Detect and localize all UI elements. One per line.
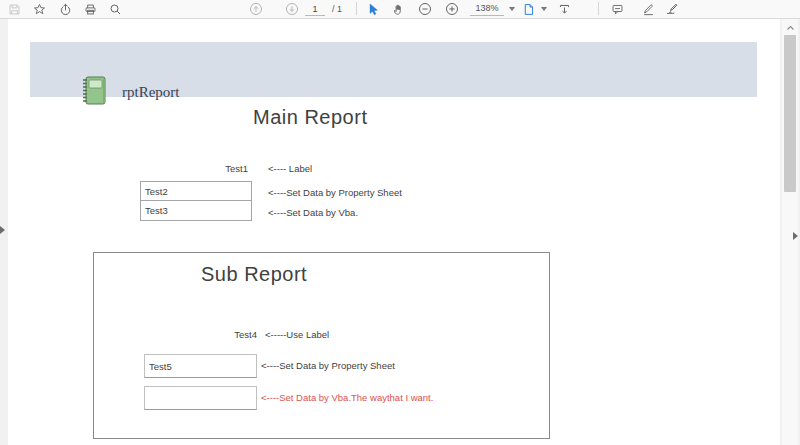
report-header-title: rptReport — [122, 84, 180, 101]
previous-page-icon — [249, 2, 263, 16]
report-header-band: rptReport — [30, 42, 757, 97]
sub-note-3: <----Set Data by Vba.The waythat I want. — [261, 392, 433, 403]
zoom-level-field[interactable]: 138% — [470, 2, 504, 16]
sub-field-test4: Test4 — [149, 329, 261, 340]
page-number-field[interactable] — [303, 1, 327, 17]
zoom-in-button[interactable] — [442, 1, 462, 17]
main-note-3: <----Set Data by Vba. — [268, 207, 358, 218]
sub-field-empty — [144, 386, 257, 410]
main-field-test1: Test1 — [140, 163, 252, 174]
pdf-page: rptReport Main Report Test1 <---- Label … — [8, 19, 780, 445]
page-view-caret-icon[interactable] — [541, 7, 547, 11]
page-view-icon — [522, 3, 535, 16]
select-tool-icon — [366, 3, 379, 16]
sub-note-1: <-----Use Label — [265, 329, 329, 340]
left-pane-toggle-icon[interactable] — [0, 226, 5, 234]
zoom-out-icon — [418, 2, 432, 16]
star-icon — [33, 3, 46, 16]
toolbar-separator — [356, 2, 357, 15]
right-pane-toggle-icon[interactable] — [793, 232, 798, 240]
print-icon — [84, 3, 97, 16]
pencil-button[interactable] — [638, 1, 658, 17]
page-view-button[interactable] — [518, 1, 538, 17]
hand-tool-button[interactable] — [388, 1, 408, 17]
main-note-1: <---- Label — [268, 163, 312, 174]
zoom-in-icon — [445, 2, 459, 16]
star-button[interactable] — [29, 1, 49, 17]
page-number-input[interactable] — [305, 3, 325, 16]
comment-button[interactable] — [607, 1, 627, 17]
sign-icon — [665, 2, 679, 16]
hand-tool-icon — [392, 3, 405, 16]
zoom-out-button[interactable] — [415, 1, 435, 17]
pdf-toolbar: / 1 138% — [0, 0, 800, 19]
share-button[interactable] — [55, 1, 75, 17]
toolbar-separator — [598, 2, 599, 15]
sub-report-frame: Sub Report Test4 <-----Use Label Test5 <… — [93, 252, 550, 439]
print-button[interactable] — [80, 1, 100, 17]
comment-icon — [611, 3, 624, 16]
page-total-label: / 1 — [332, 4, 342, 14]
chevron-up-icon — [786, 17, 795, 35]
sub-note-2: <----Set Data by Property Sheet — [261, 360, 395, 371]
next-page-button[interactable] — [282, 1, 302, 17]
sign-button[interactable] — [662, 1, 682, 17]
sub-report-title: Sub Report — [201, 263, 307, 286]
fit-width-button[interactable] — [554, 1, 574, 17]
report-notebook-icon — [80, 75, 107, 110]
scrollbar-thumb[interactable] — [784, 35, 796, 192]
main-note-2: <----Set Data by Property Sheet — [268, 187, 402, 198]
previous-page-button[interactable] — [246, 1, 266, 17]
find-icon — [109, 3, 122, 16]
main-field-test2: Test2 — [140, 181, 252, 201]
scroll-up-button[interactable] — [782, 19, 798, 33]
select-tool-button[interactable] — [362, 1, 382, 17]
main-field-test3: Test3 — [140, 200, 252, 221]
fit-width-icon — [558, 3, 571, 16]
share-icon — [59, 3, 72, 16]
save-icon — [8, 3, 21, 16]
next-page-icon — [285, 2, 299, 16]
pencil-icon — [642, 3, 655, 16]
find-button[interactable] — [105, 1, 125, 17]
zoom-level-caret-icon[interactable] — [509, 7, 515, 11]
sub-field-test5: Test5 — [144, 354, 257, 378]
main-report-title: Main Report — [253, 106, 367, 129]
save-button[interactable] — [4, 1, 24, 17]
